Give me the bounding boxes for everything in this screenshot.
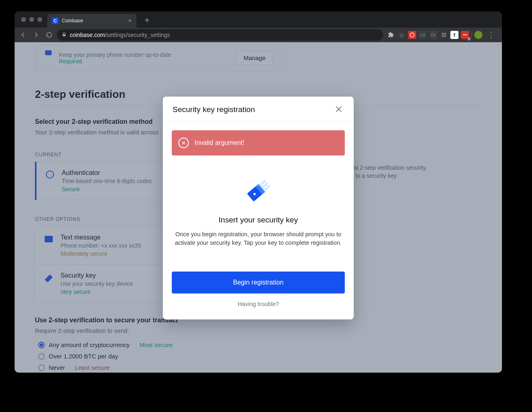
extension-icon[interactable]: [429, 31, 437, 39]
error-banner: Invalid argument!: [172, 130, 345, 155]
svg-rect-2: [444, 33, 446, 35]
svg-point-7: [477, 34, 478, 35]
url-text: coinbase.com/settings/security_settings: [70, 32, 170, 38]
svg-rect-3: [442, 35, 444, 37]
security-key-illustration: [172, 172, 345, 208]
svg-point-5: [454, 33, 455, 35]
security-key-modal: Security key registration Invalid argume…: [163, 97, 354, 319]
profile-avatar[interactable]: [474, 31, 482, 39]
modal-header: Security key registration: [163, 97, 354, 121]
modal-body-text: Once you begin registration, your browse…: [172, 230, 345, 247]
tab-favicon: C: [52, 17, 58, 24]
forward-button[interactable]: [30, 29, 42, 41]
bookmark-star-icon[interactable]: ☆: [398, 31, 406, 39]
maximize-window-icon[interactable]: [37, 17, 42, 22]
svg-rect-0: [432, 34, 435, 36]
separator: [471, 31, 472, 39]
minimize-window-icon[interactable]: [29, 17, 34, 22]
extensions-area: ☆ {o} •••1 ⋮: [385, 30, 500, 39]
extensions-icon[interactable]: [387, 31, 395, 39]
svg-rect-4: [444, 35, 446, 37]
begin-registration-button[interactable]: Begin registration: [172, 272, 345, 293]
reload-button[interactable]: [43, 29, 55, 41]
svg-point-6: [476, 32, 481, 37]
window-controls[interactable]: [21, 17, 42, 22]
close-tab-icon[interactable]: ×: [128, 17, 132, 24]
browser-tab[interactable]: C Coinbase ×: [47, 14, 136, 28]
close-button[interactable]: [334, 105, 344, 114]
tab-title: Coinbase: [62, 18, 125, 24]
svg-rect-1: [442, 33, 444, 35]
modal-heading: Insert your security key: [172, 216, 345, 224]
close-window-icon[interactable]: [21, 17, 26, 22]
error-icon: [178, 138, 189, 148]
browser-toolbar: coinbase.com/settings/security_settings …: [15, 28, 502, 42]
tab-strip: C Coinbase × +: [15, 11, 502, 28]
extension-icon[interactable]: {o}: [419, 31, 427, 39]
extension-icon[interactable]: •••1: [461, 31, 469, 39]
address-bar[interactable]: coinbase.com/settings/security_settings: [57, 29, 383, 41]
back-button[interactable]: [17, 29, 29, 41]
browser-window: C Coinbase × + coinbase.com/settings/sec…: [15, 11, 502, 373]
extension-icon[interactable]: [408, 31, 416, 39]
extension-icon[interactable]: [440, 31, 448, 39]
extension-icon[interactable]: [450, 31, 458, 39]
new-tab-button[interactable]: +: [141, 15, 153, 26]
page-viewport: Keep your primary phone number up-to-dat…: [15, 42, 502, 373]
lock-icon: [62, 32, 67, 38]
svg-point-8: [479, 34, 480, 35]
browser-menu-icon[interactable]: ⋮: [485, 30, 497, 39]
error-text: Invalid argument!: [195, 139, 244, 147]
modal-title: Security key registration: [173, 105, 255, 114]
having-trouble-link[interactable]: Having trouble?: [172, 301, 345, 307]
